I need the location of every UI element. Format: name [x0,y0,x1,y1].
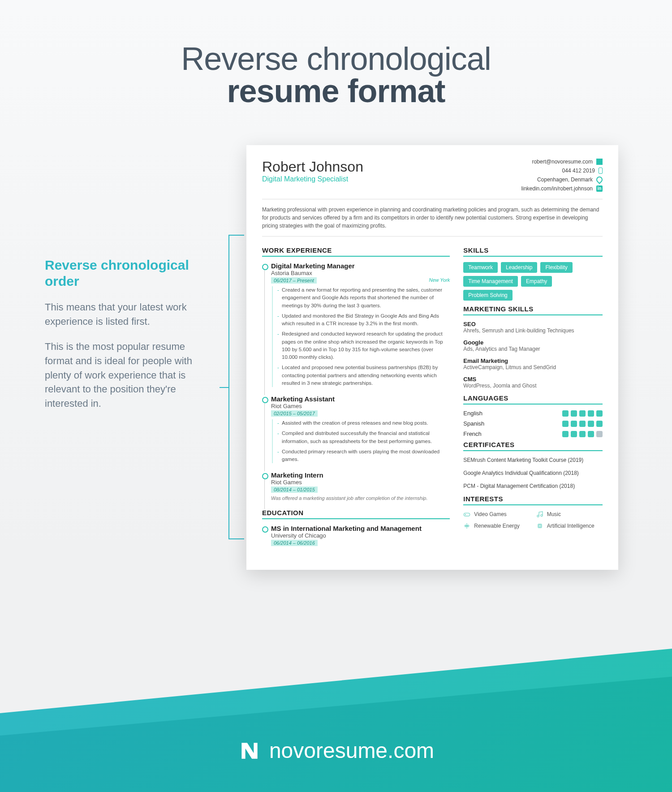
explainer-title: Reverse chronological order [45,257,211,289]
job-bullet: Redesigned and conducted keyword researc… [277,330,450,361]
job-entry: Marketing Assistant Riot Games 02/2015 –… [262,395,450,463]
level-dot [571,410,577,417]
language-row: French [463,430,603,437]
interest-item: Video Games [463,511,530,518]
edu-school: University of Chicago [271,532,450,539]
certificate-item: SEMrush Content Marketing Toolkit Course… [463,456,603,464]
section-work-experience: WORK EXPERIENCE [262,246,450,257]
section-certificates: CERTIFICATES [463,441,603,451]
section-marketing-skills: MARKETING SKILLS [463,305,603,315]
job-bullet: Updated and monitored the Bid Strategy i… [277,312,450,328]
contact-linkedin: linkedin.com/in/robert.johnson [521,185,593,192]
level-dot [596,431,603,437]
language-row: Spanish [463,420,603,427]
mkt-skill-desc: Ahrefs, Semrush and Link-building Techni… [463,327,603,334]
skill-tag: Leadership [501,262,537,273]
level-dot [588,421,594,427]
resume-name: Robert Johnson [262,159,363,175]
level-dot [588,431,594,437]
callout-bracket [224,145,246,539]
job-entry: Marketing Intern Riot Games 08/2014 – 01… [262,471,450,501]
certificate-item: Google Analytics Individual Qualificatio… [463,469,603,477]
skill-tag: Problem Solving [463,290,512,301]
skill-tag: Empathy [521,276,552,287]
footer-brand: novoresume.com [0,738,672,763]
interest-item: Music [536,511,603,518]
job-bullet: Located and proposed new potential busin… [277,364,450,387]
gamepad-icon [463,511,470,518]
job-bullet: Assisted with the creation of press rele… [277,419,450,427]
job-company: Riot Games [271,403,450,409]
level-dot [579,431,586,437]
language-name: English [463,410,482,417]
skill-tag: Flexibility [540,262,572,273]
skill-tags: Teamwork Leadership Flexibility Time Man… [463,262,603,301]
resume-summary: Marketing professional with proven exper… [262,199,603,237]
job-title: Marketing Intern [271,471,450,479]
certificate-item: PCM - Digital Management Certification (… [463,482,603,490]
header-line-2: resume format [0,73,672,109]
plane-icon [463,522,470,529]
job-bullet: Conducted primary research with users pl… [277,448,450,464]
resume-role: Digital Marketing Specialist [262,175,363,183]
job-dates: 02/2015 – 05/2017 [271,410,318,417]
level-dot [571,421,577,427]
skill-tag: Time Management [463,276,518,287]
svg-rect-6 [539,525,541,527]
level-dot [562,410,569,417]
svg-point-3 [537,515,539,517]
edu-dates: 06/2014 – 06/2016 [271,540,318,546]
section-education: EDUCATION [262,509,450,519]
job-title: Digital Marketing Manager [271,262,450,270]
job-bullet: Compiled and distributed successfully th… [277,430,450,445]
job-dates: 08/2014 – 01/2015 [271,486,318,493]
language-level-dots [562,410,603,417]
explainer-para-2: This is the most popular resume format a… [45,340,211,411]
contact-email: robert@novoresume.com [532,159,593,165]
level-dot [596,410,603,417]
job-entry: Digital Marketing Manager Astoria Baumax… [262,262,450,387]
skill-tag: Teamwork [463,262,498,273]
level-dot [596,421,603,427]
level-dot [579,421,586,427]
mkt-skill-name: Google [463,339,603,346]
music-note-icon [536,511,543,518]
language-level-dots [562,421,603,427]
job-note: Was offered a marketing assistant job af… [271,495,450,501]
level-dot [571,431,577,437]
location-pin-icon [596,176,603,183]
ai-chip-icon [536,522,543,529]
explainer-para-1: This means that your latest work experie… [45,300,211,329]
header-line-1: Reverse chronological [0,40,672,77]
level-dot [579,410,586,417]
interest-item: Renewable Energy [463,522,530,529]
mkt-skill-name: CMS [463,376,603,383]
job-bullet: Created a new format for reporting and p… [277,286,450,310]
mkt-skill-name: Email Marketing [463,357,603,364]
phone-icon [599,168,603,174]
level-dot [588,410,594,417]
edu-degree: MS in International Marketing and Manage… [271,525,450,532]
mkt-skill-desc: Ads, Analytics and Tag Manager [463,346,603,352]
level-dot [562,421,569,427]
svg-rect-5 [538,524,542,528]
language-name: Spanish [463,420,484,427]
language-row: English [463,410,603,417]
section-interests: INTERESTS [463,495,603,505]
interest-item: Artificial Intelligence [536,522,603,529]
job-title: Marketing Assistant [271,395,450,403]
job-dates: 06/2017 – Present [271,277,317,284]
job-company: Astoria Baumax [271,270,450,276]
language-level-dots [562,431,603,437]
job-location: New York [429,277,450,284]
footer-background [0,649,672,792]
linkedin-icon: in [596,185,603,192]
section-languages: LANGUAGES [463,394,603,405]
language-name: French [463,430,481,437]
education-entry: MS in International Marketing and Manage… [262,525,450,546]
mail-icon [596,159,603,165]
contact-list: robert@novoresume.com 044 412 2019 Copen… [521,159,603,194]
mkt-skill-desc: WordPress, Joomla and Ghost [463,383,603,389]
section-skills: SKILLS [463,246,603,257]
mkt-skill-name: SEO [463,321,603,327]
